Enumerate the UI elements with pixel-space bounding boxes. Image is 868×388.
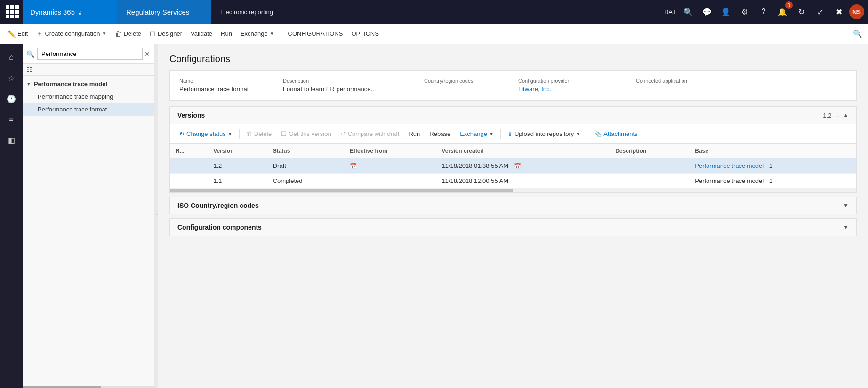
- rebase-button[interactable]: Rebase: [426, 128, 454, 140]
- tree-arrow-icon: ▼: [26, 81, 31, 87]
- command-search-icon[interactable]: 🔍: [851, 27, 864, 40]
- versions-delete-icon: 🗑: [246, 130, 252, 137]
- tree-item-performance-trace-mapping[interactable]: Performance trace mapping: [23, 90, 154, 103]
- col-header-description: Description: [610, 144, 689, 158]
- create-configuration-button[interactable]: ＋ Create configuration ▼: [32, 27, 110, 41]
- config-name-col: Name Performance trace format: [179, 78, 283, 93]
- change-status-button[interactable]: ↻ Change status ▼: [176, 128, 236, 140]
- config-components-section-header[interactable]: Configuration components ▼: [170, 219, 856, 236]
- versions-run-button[interactable]: Run: [405, 128, 424, 140]
- validate-button[interactable]: Validate: [187, 27, 216, 40]
- content-area: Configurations Name Performance trace fo…: [158, 44, 868, 388]
- tree-search-icon: 🔍: [26, 50, 34, 58]
- cell-status-1: Draft: [267, 158, 344, 174]
- versions-scrollbar[interactable]: [170, 189, 856, 192]
- versions-exchange-button[interactable]: Exchange ▼: [456, 128, 498, 140]
- command-search[interactable]: 🔍: [851, 27, 864, 40]
- cell-effective-from-2: [344, 174, 436, 189]
- col-header-base: Base: [689, 144, 856, 158]
- upload-chevron: ▼: [576, 131, 580, 136]
- versions-collapse-icon[interactable]: ▲: [843, 112, 849, 119]
- compare-with-draft-button[interactable]: ↺ Compare with draft: [337, 128, 403, 140]
- designer-icon: ☐: [150, 30, 156, 38]
- dynamics365-nav[interactable]: Dynamics 365 ⦤: [23, 0, 117, 24]
- versions-section-header[interactable]: Versions 1.2 -- ▲: [170, 107, 856, 124]
- ver-sep-3: [587, 129, 587, 139]
- cell-version-1: 1.2: [208, 158, 267, 174]
- tree-item-performance-trace-model[interactable]: ▼ Performance trace model: [23, 78, 154, 90]
- exchange-button[interactable]: Exchange ▼: [237, 27, 278, 40]
- create-icon: ＋: [36, 30, 43, 38]
- ver-sep-1: [239, 129, 240, 139]
- config-components-collapse-icon[interactable]: ▼: [843, 224, 849, 230]
- description-col-header: Description: [283, 78, 424, 84]
- search-icon[interactable]: 🔍: [680, 3, 697, 20]
- tree-search-input[interactable]: [37, 48, 143, 60]
- ver-sep-2: [500, 129, 501, 139]
- designer-button[interactable]: ☐ Designer: [146, 27, 186, 40]
- versions-version-info: 1.2 -- ▲: [823, 112, 849, 119]
- run-button[interactable]: Run: [217, 27, 236, 40]
- resize-handle[interactable]: ⋮: [154, 44, 158, 388]
- table-row[interactable]: 1.2 Draft 📅 11/18/2018 01:38:55 AM 📅: [170, 158, 856, 174]
- calendar-icon-created-1[interactable]: 📅: [514, 163, 521, 169]
- tree-item-label: Performance trace mapping: [38, 93, 113, 100]
- upload-into-repository-button[interactable]: ⇧ Upload into repository ▼: [504, 128, 584, 140]
- versions-table-container: R... Version Status Effective from Versi…: [170, 144, 856, 189]
- config-provider-col: Configuration provider Litware, Inc.: [518, 78, 636, 93]
- expand-icon[interactable]: ⤢: [812, 3, 828, 20]
- iso-section-header[interactable]: ISO Country/region codes ▼: [170, 197, 856, 214]
- close-icon[interactable]: ✖: [830, 3, 847, 20]
- avatar[interactable]: NS: [849, 4, 864, 19]
- sidebar-menu-icon[interactable]: ≡: [2, 110, 21, 129]
- table-row[interactable]: 1.1 Completed 11/18/2018 12:00:55 AM Per…: [170, 174, 856, 189]
- calendar-icon-1[interactable]: 📅: [350, 163, 357, 169]
- upload-icon: ⇧: [507, 130, 513, 137]
- settings-icon[interactable]: ⚙: [736, 3, 753, 20]
- iso-collapse-icon[interactable]: ▼: [843, 202, 849, 209]
- col-header-effective-from: Effective from: [344, 144, 436, 158]
- sidebar-home-icon[interactable]: ⌂: [2, 48, 21, 67]
- tree-filter-icon[interactable]: ☷: [26, 66, 32, 73]
- cell-status-2: Completed: [267, 174, 344, 189]
- tree-scrollbar[interactable]: [23, 386, 154, 388]
- message-icon[interactable]: 💬: [699, 3, 715, 20]
- sidebar-star-icon[interactable]: ☆: [2, 69, 21, 87]
- versions-delete-button[interactable]: 🗑 Delete: [242, 128, 276, 140]
- sidebar-filter-icon[interactable]: ◧: [2, 131, 21, 150]
- refresh-icon[interactable]: ↻: [793, 3, 810, 20]
- regulatory-services-nav[interactable]: Regulatory Services: [117, 0, 211, 24]
- name-col-header: Name: [179, 78, 283, 84]
- cell-version-created-2: 11/18/2018 12:00:55 AM: [436, 174, 610, 189]
- attachments-button[interactable]: 📎 Attachments: [590, 128, 641, 140]
- tree-scroll-thumb: [23, 386, 101, 388]
- config-description-value: Format to learn ER performance...: [283, 86, 424, 93]
- versions-table-header-row: R... Version Status Effective from Versi…: [170, 144, 856, 158]
- config-provider-value[interactable]: Litware, Inc.: [518, 86, 636, 93]
- cell-base-link-1[interactable]: Performance trace model: [695, 162, 764, 169]
- col-header-version: Version: [208, 144, 267, 158]
- sidebar-recent-icon[interactable]: 🕐: [2, 89, 21, 108]
- apps-icon[interactable]: [4, 3, 21, 20]
- config-header: Configurations: [158, 44, 868, 70]
- delete-button[interactable]: 🗑 Delete: [111, 27, 145, 40]
- dynamics365-chevron: ⦤: [79, 9, 81, 15]
- edit-button[interactable]: ✏️ Edit: [4, 27, 32, 40]
- configurations-tab[interactable]: CONFIGURATIONS: [284, 27, 347, 40]
- get-this-version-button[interactable]: ☐ Get this version: [277, 128, 335, 140]
- cell-version-created-1: 11/18/2018 01:38:55 AM 📅: [436, 158, 610, 174]
- tree-item-performance-trace-format[interactable]: Performance trace format: [23, 103, 154, 116]
- cell-description-1: [610, 158, 689, 174]
- notifications-badge[interactable]: 🔔 0: [774, 3, 791, 20]
- tree-search-clear-icon[interactable]: ✕: [145, 50, 150, 58]
- help-icon[interactable]: ?: [755, 3, 772, 20]
- col-header-status: Status: [267, 144, 344, 158]
- user-icon[interactable]: 👤: [717, 3, 734, 20]
- get-version-icon: ☐: [281, 130, 287, 137]
- edit-icon: ✏️: [8, 30, 16, 38]
- tree-content: ▼ Performance trace model Performance tr…: [23, 76, 154, 386]
- options-tab[interactable]: OPTIONS: [347, 27, 383, 40]
- attachments-icon: 📎: [594, 130, 602, 137]
- cell-r-1: [170, 158, 208, 174]
- tree-panel: 🔍 ✕ ☷ ▼ Performance trace model Performa…: [23, 44, 154, 388]
